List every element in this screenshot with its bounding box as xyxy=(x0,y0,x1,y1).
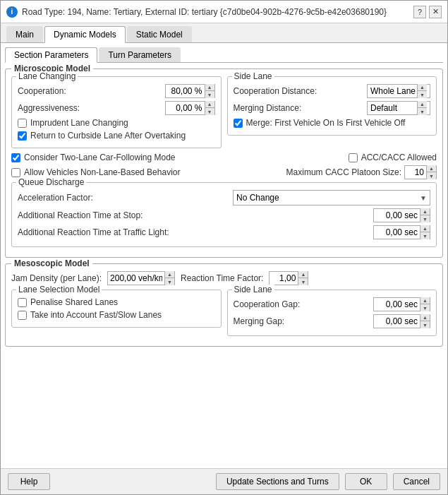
consider-two-lane-checkbox[interactable] xyxy=(11,153,20,162)
add-reaction-stop-label: Additional Reaction Time at Stop: xyxy=(18,210,373,220)
return-row: Return to Curbside Lane After Overtaking xyxy=(18,131,215,141)
merging-dist-spin-down[interactable]: ▼ xyxy=(417,108,427,115)
cooperation-label: Cooperation: xyxy=(18,86,165,96)
coop-dist-spin-up[interactable]: ▲ xyxy=(417,84,427,91)
queue-discharge-group: Queue Discharge Acceleration Factor: No … xyxy=(11,182,437,247)
tab-dynamic-models[interactable]: Dynamic Models xyxy=(44,26,126,43)
jam-density-label: Jam Density (per Lane): xyxy=(11,273,102,283)
add-reaction-light-label: Additional Reaction Time at Traffic Ligh… xyxy=(18,227,373,237)
tab-turn-parameters[interactable]: Turn Parameters xyxy=(99,47,181,62)
max-cacc-spinbox[interactable]: ▲ ▼ xyxy=(404,165,437,179)
mesoscopic-model-group: Mesoscopic Model Jam Density (per Lane):… xyxy=(5,263,443,347)
aggressiveness-spinbox[interactable]: ▲ ▼ xyxy=(165,101,215,115)
coop-dist-select[interactable]: Whole Lane ▲ ▼ xyxy=(367,84,430,98)
aggressiveness-input[interactable] xyxy=(166,102,205,114)
tab-main[interactable]: Main xyxy=(6,26,43,42)
reaction-time-input[interactable] xyxy=(270,272,298,285)
add-reaction-light-spin-up[interactable]: ▲ xyxy=(420,225,430,232)
ok-button[interactable]: OK xyxy=(345,473,387,490)
merge-first-checkbox[interactable] xyxy=(234,119,243,128)
cooperation-spin-up[interactable]: ▲ xyxy=(205,84,214,91)
add-reaction-stop-spin-up[interactable]: ▲ xyxy=(420,208,430,215)
reaction-time-spinbox[interactable]: ▲ ▼ xyxy=(269,271,308,285)
side-lane-inner: Cooperation Distance: Whole Lane ▲ ▼ xyxy=(234,84,431,128)
reaction-time-spin-up[interactable]: ▲ xyxy=(298,271,308,278)
merging-gap-row: Merging Gap: ▲ ▼ xyxy=(234,314,431,328)
jam-density-row: Jam Density (per Lane): ▲ ▼ Reaction Tim… xyxy=(11,271,437,285)
fast-slow-checkbox[interactable] xyxy=(18,311,27,320)
jam-density-spin-btns: ▲ ▼ xyxy=(164,271,174,285)
microscopic-two-col: Lane Changing Cooperation: ▲ ▼ xyxy=(11,76,437,153)
tab-section-parameters[interactable]: Section Parameters xyxy=(5,47,97,63)
side-lane-col: Side Lane Cooperation Distance: Whole La… xyxy=(227,76,437,153)
add-reaction-light-input[interactable] xyxy=(374,226,420,239)
max-cacc-spin-down[interactable]: ▼ xyxy=(426,172,436,179)
mesoscopic-group-title: Mesoscopic Model xyxy=(11,258,92,268)
acc-cacc-checkbox[interactable] xyxy=(349,153,358,162)
close-button[interactable]: ✕ xyxy=(429,6,442,18)
coop-gap-spin-up[interactable]: ▲ xyxy=(420,297,430,304)
add-reaction-stop-spin-btns: ▲ ▼ xyxy=(420,208,430,222)
cancel-button[interactable]: Cancel xyxy=(393,473,440,490)
update-sections-button[interactable]: Update Sections and Turns xyxy=(216,473,339,490)
help-button[interactable]: ? xyxy=(413,6,426,18)
max-cacc-input[interactable] xyxy=(405,166,426,179)
merging-gap-spin-up[interactable]: ▲ xyxy=(420,314,430,321)
merging-gap-spin-down[interactable]: ▼ xyxy=(420,321,430,328)
imprudent-label: Imprudent Lane Changing xyxy=(30,118,128,128)
penalise-label: Penalise Shared Lanes xyxy=(30,297,118,307)
reaction-time-label: Reaction Time Factor: xyxy=(181,273,263,283)
max-cacc-spin-up[interactable]: ▲ xyxy=(426,165,436,172)
coop-gap-spinbox[interactable]: ▲ ▼ xyxy=(373,297,430,311)
lane-changing-col: Lane Changing Cooperation: ▲ ▼ xyxy=(11,76,222,153)
cooperation-spinbox-btns: ▲ ▼ xyxy=(205,84,214,98)
jam-density-spinbox[interactable]: ▲ ▼ xyxy=(107,271,175,285)
jam-density-spin-down[interactable]: ▼ xyxy=(164,278,174,285)
accel-factor-dropdown[interactable]: No Change ▼ xyxy=(233,190,430,205)
help-button-bottom[interactable]: Help xyxy=(8,473,50,490)
add-reaction-stop-spinbox[interactable]: ▲ ▼ xyxy=(373,208,430,222)
aggressiveness-spin-down[interactable]: ▼ xyxy=(205,108,214,115)
window-title: Road Type: 194, Name: Tertiary, External… xyxy=(22,7,409,17)
jam-density-spin-up[interactable]: ▲ xyxy=(164,271,174,278)
allow-non-lane-row: Allow Vehicles Non-Lane-Based Behavior xyxy=(11,167,281,177)
penalise-checkbox[interactable] xyxy=(18,298,27,307)
side-lane-title: Side Lane xyxy=(232,71,274,81)
jam-density-input[interactable] xyxy=(108,272,164,285)
reaction-time-spin-down[interactable]: ▼ xyxy=(298,278,308,285)
merging-dist-spin-btns: ▲ ▼ xyxy=(417,101,427,115)
merging-gap-spinbox[interactable]: ▲ ▼ xyxy=(373,314,430,328)
max-cacc-row: Maximum CACC Platoon Size: ▲ ▼ xyxy=(286,165,437,179)
coop-dist-spin-down[interactable]: ▼ xyxy=(417,91,427,98)
add-reaction-light-spinbox[interactable]: ▲ ▼ xyxy=(373,225,430,239)
meso-two-col: Lane Selection Model Penalise Shared Lan… xyxy=(11,290,437,340)
queue-discharge-inner: Acceleration Factor: No Change ▼ Additio… xyxy=(18,190,430,239)
max-cacc-spin-btns: ▲ ▼ xyxy=(426,165,436,179)
merging-dist-spin-up[interactable]: ▲ xyxy=(417,101,427,108)
tab-static-model[interactable]: Static Model xyxy=(127,26,192,42)
meso-lane-selection-col: Lane Selection Model Penalise Shared Lan… xyxy=(11,290,222,340)
cooperation-input[interactable] xyxy=(166,85,205,97)
add-reaction-stop-spin-down[interactable]: ▼ xyxy=(420,215,430,222)
allow-non-lane-checkbox[interactable] xyxy=(11,168,20,177)
return-checkbox[interactable] xyxy=(18,131,27,141)
coop-dist-value: Whole Lane xyxy=(370,86,416,96)
merging-dist-label: Merging Distance: xyxy=(234,103,368,113)
aggressiveness-spin-up[interactable]: ▲ xyxy=(205,101,214,108)
add-reaction-stop-input[interactable] xyxy=(374,209,420,222)
imprudent-checkbox[interactable] xyxy=(18,119,27,128)
coop-gap-spin-down[interactable]: ▼ xyxy=(420,304,430,311)
main-tab-bar: Main Dynamic Models Static Model xyxy=(1,23,447,43)
meso-side-lane-inner: Cooperation Gap: ▲ ▼ xyxy=(234,297,431,328)
merging-gap-input[interactable] xyxy=(374,315,420,328)
penalise-row: Penalise Shared Lanes xyxy=(18,297,215,307)
cooperation-spin-down[interactable]: ▼ xyxy=(205,91,214,98)
cooperation-spinbox[interactable]: ▲ ▼ xyxy=(165,84,215,98)
coop-dist-label: Cooperation Distance: xyxy=(234,86,368,96)
merging-dist-select[interactable]: Default ▲ ▼ xyxy=(367,101,430,115)
add-reaction-light-spin-down[interactable]: ▼ xyxy=(420,232,430,239)
meso-side-lane-col: Side Lane Cooperation Gap: ▲ ▼ xyxy=(227,290,437,340)
microscopic-model-group: Microscopic Model Lane Changing Cooperat… xyxy=(5,68,443,258)
lane-selection-title: Lane Selection Model xyxy=(16,285,102,294)
coop-gap-input[interactable] xyxy=(374,298,420,311)
